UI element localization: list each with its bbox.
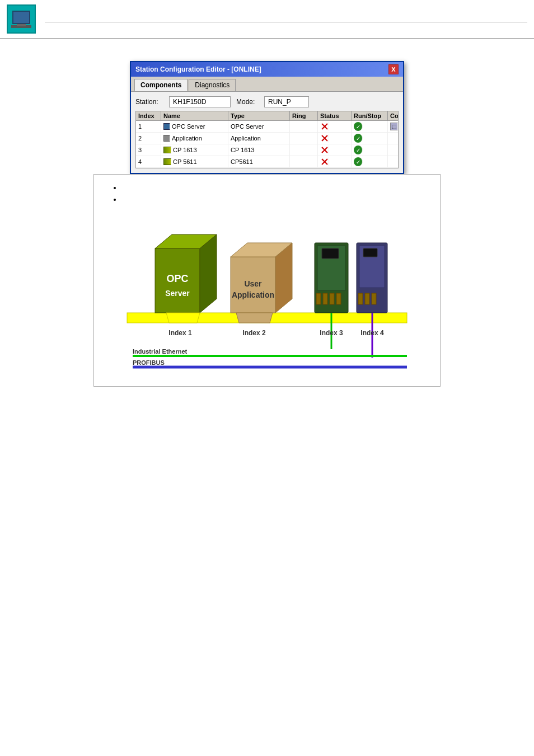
col-type: Type [228, 111, 290, 120]
cell-name: OPC Server [161, 121, 228, 132]
cell-type: CP 1613 [228, 144, 290, 156]
check-icon: ✓ [354, 122, 363, 131]
station-row: Station: KH1F150D Mode: RUN_P [135, 96, 399, 107]
cell-status [318, 156, 352, 167]
cell-ring [290, 121, 318, 132]
svg-rect-16 [358, 293, 363, 304]
components-table: Index Name Type Ring Status Run/Stop Con… [135, 111, 399, 168]
user-label: User [244, 279, 262, 288]
svg-marker-3 [200, 234, 217, 313]
cell-conn [388, 156, 399, 167]
cell-conn [388, 144, 399, 156]
cp-icon [163, 147, 171, 153]
index2-label: Index 2 [242, 329, 266, 337]
dialog-body: Station: KH1F150D Mode: RUN_P Index Name… [131, 92, 403, 173]
dialog-wrapper: Station Configuration Editor - [ONLINE] … [17, 61, 517, 174]
index1-label: Index 1 [168, 329, 192, 337]
cell-status [318, 121, 352, 132]
cell-type: OPC Server [228, 121, 290, 132]
svg-marker-21 [236, 313, 273, 323]
profibus-label: PROFIBUS [133, 359, 165, 366]
cell-conn: ⬚ [388, 121, 399, 132]
cell-index: 2 [136, 133, 161, 144]
station-label: Station: [135, 98, 163, 106]
cell-name: Application [161, 133, 228, 144]
table-row[interactable]: 1 OPC Server OPC Server ✓ [136, 121, 398, 133]
cell-status [318, 144, 352, 156]
cell-ring [290, 144, 318, 156]
station-value: KH1F150D [169, 96, 231, 107]
diagram-section: OPC Server User Application [17, 174, 517, 387]
table-row[interactable]: 4 CP 5611 CP5611 ✓ [136, 156, 398, 168]
svg-rect-11 [330, 293, 334, 304]
dialog-tabs: Components Diagnostics [131, 77, 403, 92]
cell-runstop: ✓ [352, 121, 388, 132]
status-x-icon [320, 157, 329, 166]
app-logo [7, 4, 36, 34]
opc-label: OPC [166, 273, 188, 284]
col-ring: Ring [290, 111, 318, 120]
table-header: Index Name Type Ring Status Run/Stop Con… [136, 111, 398, 121]
cell-ring [290, 133, 318, 144]
col-conn: Conn [388, 111, 399, 120]
col-status: Status [318, 111, 352, 120]
status-x-icon [320, 134, 329, 143]
dialog-title: Station Configuration Editor - [ONLINE] [135, 65, 261, 73]
cell-type: CP5611 [228, 156, 290, 167]
svg-rect-10 [323, 293, 327, 304]
mode-label: Mode: [236, 98, 259, 106]
svg-rect-18 [372, 293, 376, 304]
cell-index: 4 [136, 156, 161, 167]
cell-name: CP 5611 [161, 156, 228, 167]
server-label: Server [165, 289, 190, 298]
svg-rect-17 [365, 293, 369, 304]
cp-icon [163, 158, 171, 165]
cell-name: CP 1613 [161, 144, 228, 156]
bullet-item-2 [122, 195, 429, 204]
cell-status [318, 133, 352, 144]
dialog-titlebar: Station Configuration Editor - [ONLINE] … [131, 62, 403, 77]
bullet-list [105, 184, 429, 204]
table-row[interactable]: 3 CP 1613 CP 1613 ✓ [136, 144, 398, 156]
cell-runstop: ✓ [352, 156, 388, 167]
svg-rect-12 [336, 293, 341, 304]
tab-components[interactable]: Components [134, 79, 188, 91]
application-label: Application [232, 290, 274, 299]
cell-runstop: ✓ [352, 144, 388, 156]
check-icon: ✓ [354, 157, 363, 166]
status-x-icon [320, 122, 329, 131]
svg-rect-9 [316, 293, 321, 304]
check-icon: ✓ [354, 145, 363, 154]
index4-label: Index 4 [360, 329, 384, 337]
status-x-icon [320, 145, 329, 154]
cell-runstop: ✓ [352, 133, 388, 144]
col-index: Index [136, 111, 161, 120]
cell-index: 3 [136, 144, 161, 156]
header [0, 0, 534, 39]
col-runstop: Run/Stop [352, 111, 388, 120]
ie-label: Industrial Ethernet [133, 348, 188, 355]
check-icon: ✓ [354, 134, 363, 143]
conn-icon: ⬚ [390, 123, 398, 130]
cell-index: 1 [136, 121, 161, 132]
cell-ring [290, 156, 318, 167]
monitor-icon [12, 11, 30, 24]
col-name: Name [161, 111, 228, 120]
svg-rect-19 [363, 248, 377, 257]
app-icon [163, 135, 170, 142]
opc-server-icon [163, 123, 170, 130]
station-config-dialog: Station Configuration Editor - [ONLINE] … [130, 61, 404, 174]
svg-rect-13 [322, 248, 339, 259]
diagram-box: OPC Server User Application [93, 174, 441, 387]
svg-marker-20 [166, 313, 200, 323]
cell-conn [388, 133, 399, 144]
network-diagram: OPC Server User Application [110, 215, 424, 377]
main-content: Station Configuration Editor - [ONLINE] … [0, 44, 534, 392]
bullet-item-1 [122, 184, 429, 192]
close-button[interactable]: X [388, 64, 399, 74]
tab-diagnostics[interactable]: Diagnostics [189, 79, 236, 91]
cell-type: Application [228, 133, 290, 144]
mode-value: RUN_P [264, 96, 309, 107]
index3-label: Index 3 [320, 329, 343, 337]
table-row[interactable]: 2 Application Application ✓ [136, 133, 398, 144]
